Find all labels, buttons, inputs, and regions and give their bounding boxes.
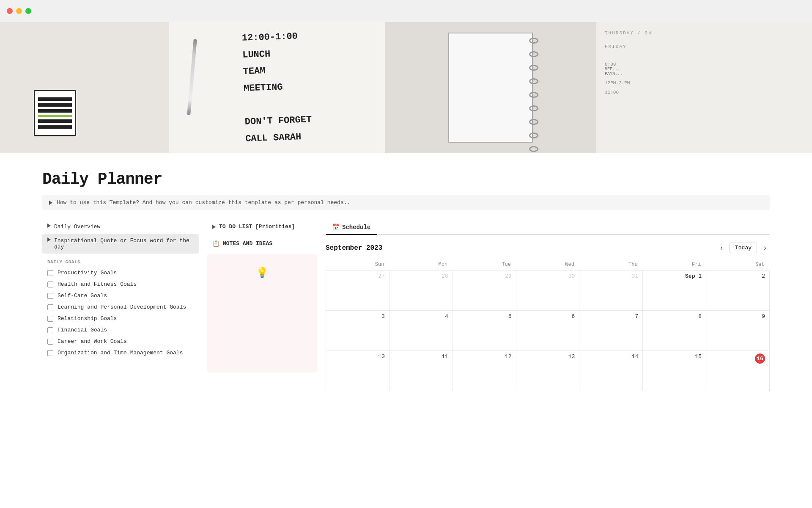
checkbox-career[interactable]: [47, 339, 53, 345]
hint-text: How to use this Template? And how you ca…: [57, 199, 350, 206]
todo-section[interactable]: TO DO LIST [Priorities]: [207, 220, 317, 233]
checkbox-learning[interactable]: [47, 304, 53, 310]
chevron-icon: [47, 224, 51, 228]
calendar-week-1: 27 28 29 30 31 Sep 1 2: [326, 271, 770, 311]
hero-image: 12:00-1:00 LUNCH TEAM MEETING DON'T FORG…: [0, 22, 812, 153]
hero-notes-text: 12:00-1:00 LUNCH TEAM MEETING DON'T FORG…: [241, 28, 313, 148]
goal-learning[interactable]: Learning and Personal Development Goals: [42, 301, 199, 313]
hero-left-section: [0, 22, 169, 153]
table-row[interactable]: 2: [706, 271, 770, 311]
close-button[interactable]: [7, 8, 13, 14]
table-row[interactable]: 12: [453, 351, 516, 391]
spiral-rings: [529, 33, 538, 153]
table-row[interactable]: 11: [389, 351, 453, 391]
hero-center-section: 12:00-1:00 LUNCH TEAM MEETING DON'T FORG…: [169, 22, 385, 153]
goal-selfcare[interactable]: Self-Care Goals: [42, 290, 199, 301]
table-row[interactable]: 27: [326, 271, 390, 311]
schedule-tab[interactable]: 📅 Schedule: [326, 220, 377, 235]
today-badge: 16: [755, 353, 765, 364]
goal-health[interactable]: Health and Fitness Goals: [42, 279, 199, 290]
table-row[interactable]: 10: [326, 351, 390, 391]
main-content: Daily Planner How to use this Template? …: [0, 153, 812, 400]
daily-overview-label: Daily Overview: [54, 224, 100, 230]
hint-bar[interactable]: How to use this Template? And how you ca…: [42, 195, 770, 210]
schedule-tab-label: Schedule: [342, 224, 370, 231]
chevron-icon: [47, 237, 51, 242]
day-header-tue: Tue: [453, 259, 516, 271]
goal-career-label: Career and Work Goals: [58, 338, 127, 345]
book-icon: 📋: [212, 240, 219, 247]
goal-selfcare-label: Self-Care Goals: [58, 293, 107, 299]
lightbulb-icon: 💡: [256, 267, 269, 279]
next-month-button[interactable]: ›: [760, 242, 770, 254]
table-row[interactable]: 28: [389, 271, 453, 311]
notes-label: NOTES AND IDEAS: [223, 240, 272, 247]
hint-triangle-icon: [49, 201, 52, 205]
goal-productivity[interactable]: Productivity Goals: [42, 267, 199, 279]
calendar-month: September 2023: [326, 244, 382, 252]
table-row[interactable]: 8: [643, 311, 706, 351]
calendar-header-row: Sun Mon Tue Wed Thu Fri Sat: [326, 259, 770, 271]
left-column: Daily Overview Inspirational Quote or Fo…: [42, 220, 199, 359]
day-header-wed: Wed: [516, 259, 579, 271]
inspirational-quote-label: Inspirational Quote or Focus word for th…: [54, 237, 194, 250]
goal-productivity-label: Productivity Goals: [58, 270, 117, 276]
goal-relationship[interactable]: Relationship Goals: [42, 313, 199, 324]
notes-area[interactable]: 💡: [207, 254, 317, 373]
goal-organization-label: Organization and Time Management Goals: [58, 350, 183, 356]
titlebar: [0, 0, 812, 22]
page-title: Daily Planner: [42, 170, 770, 188]
spiral-notebook: [448, 33, 533, 143]
checkbox-productivity[interactable]: [47, 270, 53, 276]
daily-goals-label: DAILY GOALS: [42, 254, 199, 267]
goal-health-label: Health and Fitness Goals: [58, 281, 137, 287]
checkbox-health[interactable]: [47, 282, 53, 287]
table-row[interactable]: 16: [706, 351, 770, 391]
table-row[interactable]: 31: [579, 271, 643, 311]
minimize-button[interactable]: [16, 8, 22, 14]
goal-relationship-label: Relationship Goals: [58, 315, 117, 322]
table-row[interactable]: 30: [516, 271, 579, 311]
table-row[interactable]: 3: [326, 311, 390, 351]
pen-decoration: [187, 39, 197, 115]
goal-organization[interactable]: Organization and Time Management Goals: [42, 347, 199, 359]
notes-section[interactable]: 📋 NOTES AND IDEAS: [207, 237, 317, 251]
goal-financial-label: Financial Goals: [58, 327, 107, 333]
table-row[interactable]: 29: [453, 271, 516, 311]
right-column: 📅 Schedule September 2023 ‹ Today › Sun: [326, 220, 770, 391]
table-row[interactable]: 13: [516, 351, 579, 391]
checkbox-financial[interactable]: [47, 327, 53, 333]
table-row[interactable]: 4: [389, 311, 453, 351]
calendar-header: September 2023 ‹ Today ›: [326, 242, 770, 254]
checkbox-selfcare[interactable]: [47, 293, 53, 299]
day-header-sat: Sat: [706, 259, 770, 271]
checkbox-organization[interactable]: [47, 350, 53, 356]
checkbox-relationship[interactable]: [47, 316, 53, 322]
day-header-fri: Fri: [643, 259, 706, 271]
calendar-week-2: 3 4 5 6 7 8 9: [326, 311, 770, 351]
schedule-tabs: 📅 Schedule: [326, 220, 770, 235]
table-row[interactable]: 5: [453, 311, 516, 351]
todo-chevron-icon: [212, 225, 216, 229]
table-row[interactable]: Sep 1: [643, 271, 706, 311]
goal-financial[interactable]: Financial Goals: [42, 324, 199, 336]
prev-month-button[interactable]: ‹: [717, 242, 726, 254]
maximize-button[interactable]: [25, 8, 31, 14]
notebook-decoration: [34, 90, 89, 145]
calendar-navigation: ‹ Today ›: [717, 242, 770, 254]
table-row[interactable]: 14: [579, 351, 643, 391]
calendar-grid: Sun Mon Tue Wed Thu Fri Sat 27 28 29: [326, 259, 770, 391]
hero-far-right-section: THURSDAY / 04 FRIDAY 8:00 MEE...PAYN... …: [596, 22, 812, 153]
table-row[interactable]: 7: [579, 311, 643, 351]
hero-right-section: [385, 22, 596, 153]
table-row[interactable]: 9: [706, 311, 770, 351]
calendar-preview-text: THURSDAY / 04 FRIDAY 8:00 MEE...PAYN... …: [596, 22, 812, 103]
table-row[interactable]: 6: [516, 311, 579, 351]
daily-overview-item[interactable]: Daily Overview: [42, 220, 199, 233]
inspirational-quote-item[interactable]: Inspirational Quote or Focus word for th…: [42, 234, 199, 254]
columns-container: Daily Overview Inspirational Quote or Fo…: [42, 220, 770, 391]
table-row[interactable]: 15: [643, 351, 706, 391]
today-button[interactable]: Today: [730, 243, 757, 253]
day-header-mon: Mon: [389, 259, 453, 271]
goal-career[interactable]: Career and Work Goals: [42, 336, 199, 347]
